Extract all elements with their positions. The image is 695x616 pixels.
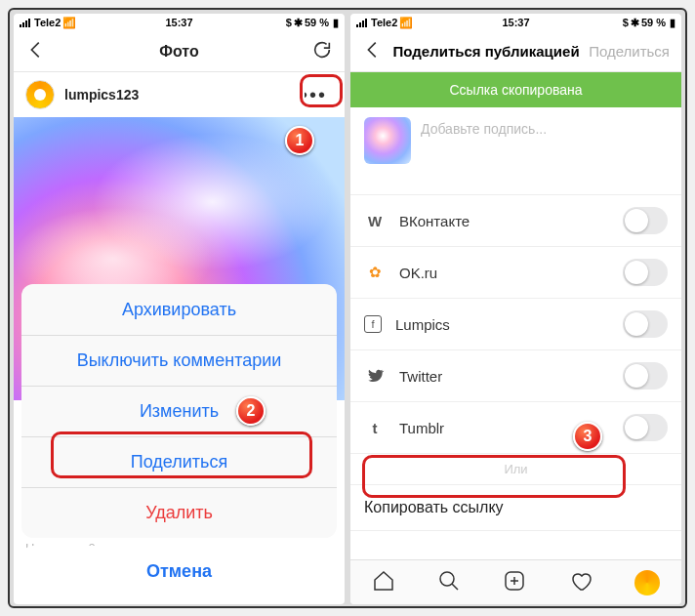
sheet-share[interactable]: Поделиться <box>21 436 337 487</box>
bluetooth-icon: ✱ <box>631 17 639 29</box>
page-title: Поделиться публикацией <box>393 43 580 60</box>
wifi-icon: 📶 <box>62 17 76 29</box>
bluetooth-icon: $ <box>623 17 629 28</box>
copy-link-row[interactable]: Копировать ссылку <box>350 484 681 531</box>
battery-icon: ▮ <box>670 17 675 29</box>
toggle-lumpics[interactable] <box>623 310 668 338</box>
bluetooth-icon: $ <box>286 17 292 28</box>
nav-bar: Фото <box>14 31 345 72</box>
tab-home[interactable] <box>372 569 395 596</box>
sheet-cancel[interactable]: Отмена <box>21 546 337 596</box>
sheet-edit[interactable]: Изменить <box>21 386 337 436</box>
share-label: ВКонтакте <box>399 213 609 229</box>
nav-bar: Поделиться публикацией Поделиться <box>350 31 681 72</box>
avatar[interactable] <box>25 80 55 109</box>
share-row-vk: W ВКонтакте <box>350 195 681 247</box>
share-networks: W ВКонтакте ✿ OK.ru f Lumpics Twitter <box>350 195 681 454</box>
sheet-comments-off[interactable]: Выключить комментарии <box>21 335 337 386</box>
status-bar: Tele2 📶 15:37 $ ✱ 59 % ▮ <box>350 14 681 31</box>
username-label[interactable]: lumpics123 <box>64 87 139 103</box>
post-header: lumpics123 ••• <box>14 72 345 117</box>
toggle-twitter[interactable] <box>623 362 668 390</box>
callout-1: 1 <box>285 126 314 155</box>
share-label: OK.ru <box>399 265 609 281</box>
tab-search[interactable] <box>437 569 461 596</box>
vk-icon: W <box>364 210 386 231</box>
share-label: Lumpics <box>395 316 609 333</box>
toggle-ok[interactable] <box>623 259 668 286</box>
page-title: Фото <box>159 43 198 61</box>
or-divider: Или <box>350 454 681 484</box>
share-label: Twitter <box>399 368 609 385</box>
tab-new-post[interactable] <box>503 569 526 596</box>
share-row-twitter: Twitter <box>350 350 681 402</box>
status-bar: Tele2 📶 15:37 $ ✱ 59 % ▮ <box>14 14 345 31</box>
carrier-label: Tele2 <box>34 17 61 28</box>
share-row-tumblr: t Tumblr <box>350 402 681 454</box>
battery-icon: ▮ <box>333 17 339 29</box>
twitter-icon <box>364 365 386 387</box>
tab-bar <box>350 559 681 604</box>
signal-icon <box>20 19 30 27</box>
sheet-delete[interactable]: Удалить <box>21 487 337 538</box>
tab-profile[interactable] <box>634 570 660 595</box>
carrier-label: Tele2 <box>371 17 397 28</box>
svg-line-1 <box>452 584 458 590</box>
battery-label: 59 % <box>641 17 666 28</box>
caption-row: Добавьте подпись... <box>350 107 681 195</box>
status-time: 15:37 <box>502 17 529 28</box>
action-sheet: Архивировать Выключить комментарии Измен… <box>21 284 337 596</box>
callout-3: 3 <box>573 422 602 451</box>
caption-input[interactable]: Добавьте подпись... <box>421 117 668 137</box>
share-row-lumpics: f Lumpics <box>350 299 681 350</box>
svg-point-0 <box>440 572 454 586</box>
more-options-button[interactable]: ••• <box>295 82 333 108</box>
toggle-tumblr[interactable] <box>623 414 668 441</box>
sheet-archive[interactable]: Архивировать <box>21 284 337 335</box>
back-button[interactable] <box>25 39 47 64</box>
bluetooth-icon: ✱ <box>294 17 303 29</box>
phone-right: Tele2 📶 15:37 $ ✱ 59 % ▮ Поделиться публ… <box>350 14 681 604</box>
phone-left: Tele2 📶 15:37 $ ✱ 59 % ▮ Фото lumpics123 <box>14 14 345 604</box>
battery-label: 59 % <box>305 17 329 28</box>
tab-activity[interactable] <box>569 569 593 596</box>
toggle-vk[interactable] <box>623 207 668 234</box>
refresh-button[interactable] <box>311 39 333 64</box>
tumblr-icon: t <box>364 417 386 438</box>
share-row-ok: ✿ OK.ru <box>350 247 681 299</box>
lumpics-icon: f <box>364 315 382 333</box>
signal-icon <box>356 19 367 27</box>
callout-2: 2 <box>236 396 266 426</box>
post-thumbnail <box>364 117 411 164</box>
toast-copied: Ссылка скопирована <box>350 72 681 107</box>
ok-icon: ✿ <box>364 262 386 283</box>
status-time: 15:37 <box>165 17 192 28</box>
back-button[interactable] <box>362 39 384 64</box>
share-action[interactable]: Поделиться <box>589 43 670 60</box>
wifi-icon: 📶 <box>399 17 413 29</box>
